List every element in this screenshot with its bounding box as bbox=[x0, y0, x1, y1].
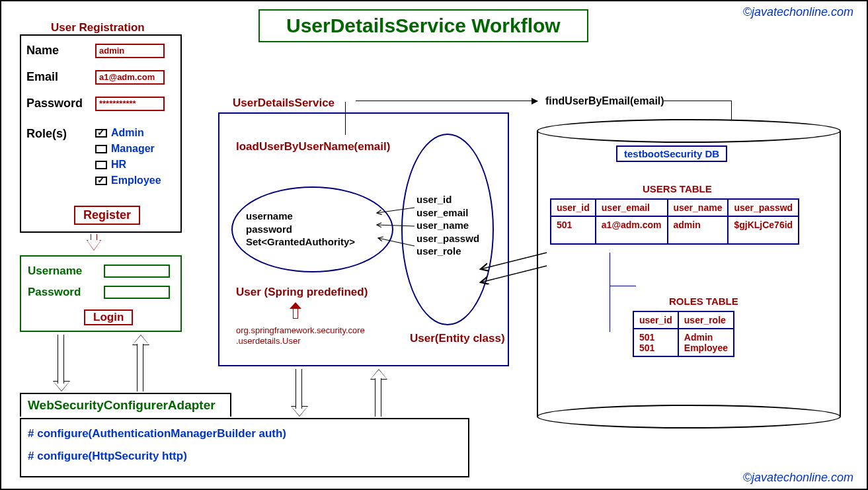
db-name: testbootSecurity DB bbox=[616, 145, 727, 162]
name-field[interactable]: admin bbox=[95, 44, 165, 58]
role-label: Manager bbox=[111, 143, 155, 155]
roles-c2: Admin Employee bbox=[678, 329, 734, 356]
role-label: Employee bbox=[111, 175, 161, 186]
connector-line bbox=[610, 286, 636, 286]
users-c3: admin bbox=[668, 216, 729, 244]
roles-h2: user_role bbox=[678, 311, 734, 329]
role-manager[interactable]: Manager bbox=[95, 143, 155, 155]
role-admin[interactable]: Admin bbox=[95, 127, 144, 139]
register-button[interactable]: Register bbox=[74, 206, 140, 225]
spring-user-fields: username password Set<GrantedAuthority> bbox=[246, 210, 355, 249]
db-cylinder bbox=[537, 131, 841, 417]
entity-user-fields: user_id user_email user_name user_passwd… bbox=[416, 193, 479, 258]
roles-label: Role(s) bbox=[26, 127, 67, 141]
entity-db-arrow-icon bbox=[477, 246, 550, 292]
svg-line-2 bbox=[378, 238, 414, 246]
users-c2: a1@adm.com bbox=[596, 216, 668, 244]
users-c1: 501 bbox=[551, 216, 596, 244]
watermark-bottom: ©javatechonline.com bbox=[743, 471, 853, 485]
registration-heading: User Registration bbox=[51, 21, 145, 34]
diagram-title: UserDetailsService Workflow bbox=[258, 9, 588, 42]
svg-line-3 bbox=[481, 253, 547, 269]
email-label: Email bbox=[26, 70, 58, 84]
role-employee[interactable]: Employee bbox=[95, 175, 161, 186]
entity-user-label: User(Entity class) bbox=[410, 332, 505, 345]
connector-line bbox=[610, 253, 610, 332]
users-h2: user_email bbox=[596, 199, 668, 216]
username-label: Username bbox=[28, 265, 82, 278]
checkbox-icon[interactable] bbox=[95, 145, 107, 153]
db-cylinder-top bbox=[537, 119, 841, 143]
connector-line bbox=[664, 101, 731, 101]
role-label: Admin bbox=[111, 127, 144, 139]
uds-method: loadUserByUserName(email) bbox=[236, 140, 390, 153]
role-label: HR bbox=[111, 159, 126, 171]
config-line1: # configure(AuthenticationManagerBuilder… bbox=[28, 427, 461, 440]
username-field[interactable] bbox=[104, 265, 170, 278]
users-c4: $gjKLjCe76id bbox=[728, 216, 799, 244]
roles-table-title: ROLES TABLE bbox=[669, 296, 738, 307]
watermark-top: ©javatechonline.com bbox=[743, 5, 853, 19]
bi-arrow-icon bbox=[292, 369, 307, 417]
spring-user-label: User (Spring predefined) bbox=[236, 286, 368, 299]
mapping-arrows-icon bbox=[372, 200, 424, 272]
login-password-label: Password bbox=[28, 286, 81, 299]
users-h4: user_passwd bbox=[728, 199, 799, 216]
users-h1: user_id bbox=[551, 199, 596, 216]
arrow-up-icon bbox=[291, 302, 300, 319]
roles-table: user_id user_role 501 501 Admin Employee bbox=[633, 311, 734, 357]
roles-c1: 501 501 bbox=[633, 329, 678, 356]
arrow-right-icon bbox=[356, 101, 537, 101]
bi-arrow-icon bbox=[134, 335, 148, 391]
roles-h1: user_id bbox=[633, 311, 678, 329]
connector-line bbox=[731, 101, 732, 120]
uds-title: UserDetailsService bbox=[233, 97, 335, 110]
login-button[interactable]: Login bbox=[84, 309, 133, 325]
users-table-title: USERS TABLE bbox=[643, 183, 712, 194]
bi-arrow-icon bbox=[372, 369, 386, 417]
find-method-label: findUserByEmail(email) bbox=[545, 95, 664, 107]
db-cylinder-bottom bbox=[537, 405, 841, 429]
password-label: Password bbox=[26, 97, 83, 110]
svg-line-0 bbox=[377, 208, 414, 213]
registration-form: Name admin Email a1@adm.com Password ***… bbox=[20, 34, 182, 233]
arrow-down-icon bbox=[88, 234, 100, 250]
role-hr[interactable]: HR bbox=[95, 159, 126, 171]
password-field[interactable]: *********** bbox=[95, 97, 165, 111]
package-path: org.springframework.security.core .userd… bbox=[236, 325, 365, 346]
checkbox-icon[interactable] bbox=[95, 177, 107, 185]
users-h3: user_name bbox=[668, 199, 729, 216]
table-row: 501 a1@adm.com admin $gjKLjCe76id bbox=[551, 216, 799, 244]
login-password-field[interactable] bbox=[104, 286, 170, 299]
config-adapter-title: WebSecurityConfigurerAdapter bbox=[20, 393, 231, 417]
checkbox-icon[interactable] bbox=[95, 161, 107, 169]
config-line2: # configure(HttpSecurity http) bbox=[28, 450, 461, 463]
diagram-canvas: UserDetailsService Workflow ©javatechonl… bbox=[0, 0, 868, 490]
login-form: Username Password Login bbox=[20, 255, 182, 332]
svg-line-1 bbox=[377, 225, 414, 226]
email-field[interactable]: a1@adm.com bbox=[95, 70, 165, 85]
name-label: Name bbox=[26, 44, 59, 58]
config-adapter-body: # configure(AuthenticationManagerBuilder… bbox=[20, 418, 469, 477]
svg-line-4 bbox=[481, 266, 547, 282]
uds-box: loadUserByUserName(email) username passw… bbox=[218, 112, 509, 366]
bi-arrow-icon bbox=[54, 335, 69, 391]
users-table: user_id user_email user_name user_passwd… bbox=[550, 198, 799, 245]
table-row: 501 501 Admin Employee bbox=[633, 329, 734, 356]
checkbox-icon[interactable] bbox=[95, 129, 107, 138]
